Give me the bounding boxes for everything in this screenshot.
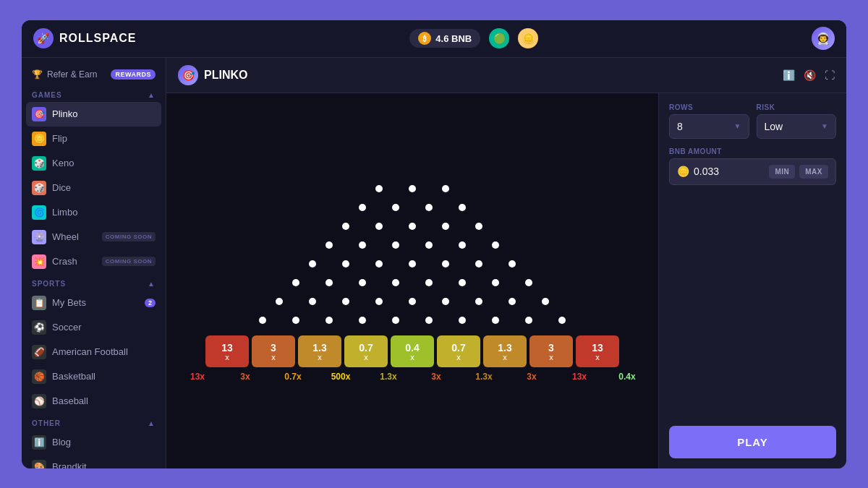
peg (459, 241, 466, 249)
avatar[interactable]: 👨‍🚀 (812, 27, 835, 50)
bnb-amount-coin-icon: 🪙 (677, 166, 689, 177)
sidebar-item-baseball[interactable]: ⚾ Baseball (22, 389, 166, 414)
peg-row (296, 254, 529, 273)
right-panel: ROWS 8 ▼ RISK Low ▼ (658, 93, 846, 468)
basketball-icon: 🏀 (32, 369, 46, 384)
mult-x: x (364, 354, 368, 361)
sidebar-item-wheel[interactable]: 🎡 Wheel COMING SOON (22, 225, 166, 249)
basketball-label: Basketball (52, 371, 95, 382)
sidebar-item-brandkit[interactable]: 🎨 Brandkit (22, 455, 166, 468)
sidebar-item-plinko[interactable]: 🎯 Plinko (26, 102, 161, 127)
peg (475, 223, 482, 230)
rows-risk-row: ROWS 8 ▼ RISK Low ▼ (669, 103, 836, 139)
bnb-amount-label: BNB AMOUNT (669, 147, 836, 155)
multiplier-box: 1.3x (298, 335, 341, 367)
sidebar-item-soccer[interactable]: ⚽ Soccer (22, 315, 166, 340)
max-button[interactable]: MAX (799, 165, 828, 179)
bottom-multiplier-label: 1.3x (461, 372, 506, 382)
american-football-icon: 🏈 (32, 345, 46, 359)
bottom-multiplier-label: 3x (509, 372, 554, 382)
multiplier-boxes-row: 13x3x1.3x0.7x0.4x0.7x1.3x3x13x (205, 335, 619, 367)
blog-label: Blog (52, 437, 71, 448)
sidebar-item-crash[interactable]: 💥 Crash COMING SOON (22, 249, 166, 274)
bnb-balance[interactable]: ₿ 4.6 BNB (409, 29, 480, 48)
mult-x: x (549, 354, 553, 361)
bottom-multiplier-label: 1.3x (366, 372, 411, 382)
mult-value: 0.7 (451, 342, 465, 354)
bottom-multiplier-label: 3x (414, 372, 459, 382)
mult-x: x (456, 354, 461, 361)
multiplier-box: 1.3x (483, 335, 527, 367)
sidebar-item-keno[interactable]: 🎲 Keno (22, 151, 166, 176)
brandkit-label: Brandkit (52, 461, 87, 468)
my-bets-icon: 📋 (32, 296, 46, 310)
sidebar-item-limbo[interactable]: 🌀 Limbo (22, 200, 166, 225)
rows-select[interactable]: 8 ▼ (669, 114, 749, 139)
soccer-icon: ⚽ (32, 320, 46, 335)
baseball-label: Baseball (52, 395, 88, 406)
multiplier-box: 13x (576, 335, 619, 367)
risk-select[interactable]: Low ▼ (757, 114, 837, 139)
other-label: OTHER (32, 419, 61, 427)
sound-icon[interactable]: 🔇 (804, 69, 816, 81)
mult-x: x (271, 354, 276, 361)
game-title: 🎯 PLINKO (178, 65, 247, 85)
mult-x: x (225, 354, 229, 361)
rewards-badge: REWARDS (111, 69, 156, 80)
peg (475, 298, 482, 305)
multiplier-box: 3x (252, 335, 295, 367)
my-bets-label: My Bets (52, 297, 86, 308)
keno-icon: 🎲 (32, 156, 46, 171)
peg-row (312, 236, 512, 254)
peg (442, 298, 449, 305)
sidebar-section-other: OTHER ▲ (22, 414, 166, 430)
bnb-icon: ₿ (418, 32, 431, 45)
multiplier-box: 0.7x (344, 335, 388, 367)
peg (409, 298, 416, 305)
mult-value: 13 (221, 342, 233, 354)
game-panel-layout: 13x3x1.3x0.7x0.4x0.7x1.3x3x13x 13x3x0.7x… (166, 93, 846, 468)
bnb-amount-field[interactable]: 🪙 0.033 MIN MAX (669, 158, 836, 185)
header: 🚀 ROLLSPACE ₿ 4.6 BNB 🟢 🪙 👨‍🚀 (22, 20, 846, 58)
flip-icon: 🪙 (32, 132, 46, 146)
play-button[interactable]: PLAY (669, 426, 836, 458)
bnb-amount-field-container: BNB AMOUNT 🪙 0.033 MIN MAX (669, 147, 836, 417)
peg (509, 298, 516, 305)
peg (525, 279, 532, 286)
flip-label: Flip (52, 133, 67, 144)
logo[interactable]: 🚀 ROLLSPACE (33, 28, 136, 48)
sidebar-item-flip[interactable]: 🪙 Flip (22, 127, 166, 151)
peg (259, 317, 266, 324)
peg (409, 260, 416, 267)
token-green-button[interactable]: 🟢 (489, 28, 509, 48)
sidebar-item-blog[interactable]: ℹ️ Blog (22, 430, 166, 455)
bottom-multiplier-label: 500x (318, 372, 363, 382)
sidebar-item-refer[interactable]: 🏆 Refer & Earn REWARDS (22, 64, 166, 85)
peg (492, 279, 499, 286)
balance-value: 4.6 BNB (435, 33, 472, 44)
peg-row (329, 217, 495, 236)
sports-label: SPORTS (32, 280, 66, 288)
crash-label: Crash (52, 256, 77, 267)
min-button[interactable]: MIN (769, 165, 795, 179)
peg (309, 260, 316, 267)
mult-value: 3 (271, 342, 276, 354)
peg (359, 204, 366, 211)
sidebar-item-dice[interactable]: 🎲 Dice (22, 176, 166, 200)
fullscreen-icon[interactable]: ⛶ (825, 69, 835, 81)
peg (392, 317, 399, 324)
peg (442, 260, 449, 267)
peg (375, 223, 383, 230)
token-yellow-button[interactable]: 🪙 (518, 28, 538, 48)
risk-label: RISK (757, 103, 837, 111)
mult-x: x (318, 354, 322, 361)
info-icon[interactable]: ℹ️ (783, 69, 795, 81)
peg (442, 223, 449, 230)
bottom-multiplier-label: 0.7x (271, 372, 315, 382)
sidebar-item-american-football[interactable]: 🏈 American Football (22, 340, 166, 364)
sidebar-item-my-bets[interactable]: 📋 My Bets 2 (22, 291, 166, 315)
peg (492, 241, 499, 249)
header-center: ₿ 4.6 BNB 🟢 🪙 (136, 28, 812, 48)
sidebar-item-basketball[interactable]: 🏀 Basketball (22, 364, 166, 389)
plinko-icon: 🎯 (32, 107, 46, 121)
